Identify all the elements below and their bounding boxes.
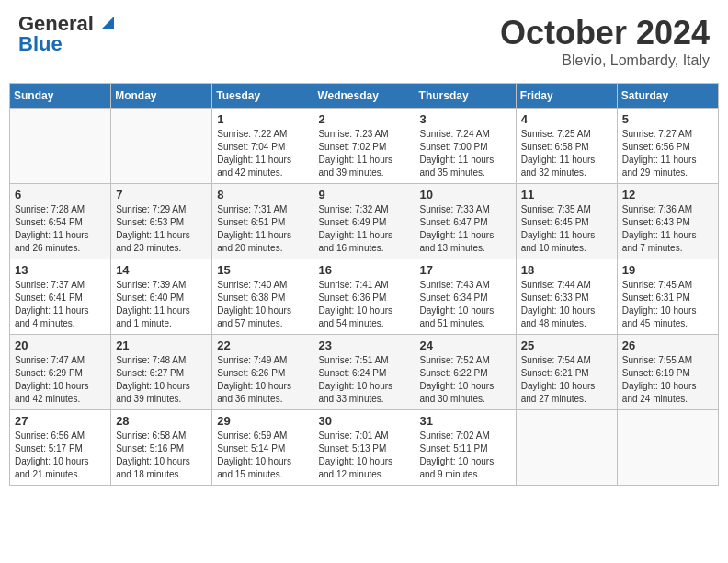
logo: General Blue (18, 14, 114, 54)
day-number: 14 (116, 263, 207, 277)
cell-content: Sunrise: 7:51 AMSunset: 6:24 PMDaylight:… (318, 354, 409, 406)
calendar-cell: 12Sunrise: 7:36 AMSunset: 6:43 PMDayligh… (617, 184, 718, 259)
cell-content: Sunrise: 7:40 AMSunset: 6:38 PMDaylight:… (217, 279, 308, 330)
calendar-cell: 23Sunrise: 7:51 AMSunset: 6:24 PMDayligh… (313, 335, 415, 410)
calendar-cell: 21Sunrise: 7:48 AMSunset: 6:27 PMDayligh… (111, 335, 212, 410)
day-header-wednesday: Wednesday (313, 84, 415, 109)
cell-content: Sunrise: 7:01 AMSunset: 5:13 PMDaylight:… (318, 430, 409, 481)
day-number: 9 (318, 188, 409, 201)
day-number: 6 (15, 188, 106, 201)
day-header-thursday: Thursday (415, 84, 516, 109)
cell-content: Sunrise: 7:02 AMSunset: 5:11 PMDaylight:… (420, 430, 511, 481)
calendar-cell (516, 410, 617, 486)
cell-content: Sunrise: 7:54 AMSunset: 6:21 PMDaylight:… (521, 354, 612, 406)
calendar-cell: 28Sunrise: 6:58 AMSunset: 5:16 PMDayligh… (111, 410, 212, 486)
cell-content: Sunrise: 7:45 AMSunset: 6:31 PMDaylight:… (622, 279, 713, 330)
day-number: 31 (420, 414, 511, 428)
calendar-cell: 26Sunrise: 7:55 AMSunset: 6:19 PMDayligh… (617, 335, 718, 410)
calendar-cell (617, 410, 718, 486)
calendar-cell: 9Sunrise: 7:32 AMSunset: 6:49 PMDaylight… (313, 184, 415, 259)
day-number: 17 (420, 263, 511, 277)
calendar-cell: 13Sunrise: 7:37 AMSunset: 6:41 PMDayligh… (10, 259, 111, 335)
cell-content: Sunrise: 7:32 AMSunset: 6:49 PMDaylight:… (318, 203, 409, 255)
cell-content: Sunrise: 7:49 AMSunset: 6:26 PMDaylight:… (217, 354, 308, 406)
day-number: 2 (318, 112, 409, 126)
day-number: 24 (420, 339, 511, 352)
day-header-tuesday: Tuesday (212, 84, 313, 109)
cell-content: Sunrise: 7:28 AMSunset: 6:54 PMDaylight:… (15, 203, 106, 255)
day-number: 22 (217, 339, 308, 352)
day-number: 15 (217, 263, 308, 277)
calendar-cell: 10Sunrise: 7:33 AMSunset: 6:47 PMDayligh… (415, 184, 516, 259)
cell-content: Sunrise: 7:55 AMSunset: 6:19 PMDaylight:… (622, 354, 713, 406)
calendar-cell: 1Sunrise: 7:22 AMSunset: 7:04 PMDaylight… (212, 109, 313, 184)
day-number: 29 (217, 414, 308, 428)
calendar-cell (10, 109, 111, 184)
calendar-week-row: 1Sunrise: 7:22 AMSunset: 7:04 PMDaylight… (10, 109, 719, 184)
calendar-cell: 24Sunrise: 7:52 AMSunset: 6:22 PMDayligh… (415, 335, 516, 410)
calendar-cell: 19Sunrise: 7:45 AMSunset: 6:31 PMDayligh… (617, 259, 718, 335)
calendar-cell: 30Sunrise: 7:01 AMSunset: 5:13 PMDayligh… (313, 410, 415, 486)
day-header-monday: Monday (111, 84, 212, 109)
cell-content: Sunrise: 7:41 AMSunset: 6:36 PMDaylight:… (318, 279, 409, 330)
cell-content: Sunrise: 7:33 AMSunset: 6:47 PMDaylight:… (420, 203, 511, 255)
day-number: 27 (15, 414, 106, 428)
cell-content: Sunrise: 7:36 AMSunset: 6:43 PMDaylight:… (622, 203, 713, 255)
calendar-week-row: 6Sunrise: 7:28 AMSunset: 6:54 PMDaylight… (10, 184, 719, 259)
calendar-cell: 5Sunrise: 7:27 AMSunset: 6:56 PMDaylight… (617, 109, 718, 184)
day-number: 11 (521, 188, 612, 201)
day-number: 25 (521, 339, 612, 352)
day-number: 30 (318, 414, 409, 428)
svg-marker-0 (101, 17, 114, 29)
calendar-cell: 16Sunrise: 7:41 AMSunset: 6:36 PMDayligh… (313, 259, 415, 335)
cell-content: Sunrise: 6:59 AMSunset: 5:14 PMDaylight:… (217, 430, 308, 481)
cell-content: Sunrise: 7:37 AMSunset: 6:41 PMDaylight:… (15, 279, 106, 330)
logo-triangle-icon (96, 13, 114, 31)
day-number: 28 (116, 414, 207, 428)
calendar-cell: 15Sunrise: 7:40 AMSunset: 6:38 PMDayligh… (212, 259, 313, 335)
calendar-cell: 25Sunrise: 7:54 AMSunset: 6:21 PMDayligh… (516, 335, 617, 410)
calendar-cell: 2Sunrise: 7:23 AMSunset: 7:02 PMDaylight… (313, 109, 415, 184)
cell-content: Sunrise: 7:31 AMSunset: 6:51 PMDaylight:… (217, 203, 308, 255)
day-number: 5 (622, 112, 713, 126)
day-number: 13 (15, 263, 106, 277)
day-number: 1 (217, 112, 308, 126)
cell-content: Sunrise: 7:22 AMSunset: 7:04 PMDaylight:… (217, 128, 308, 179)
cell-content: Sunrise: 7:52 AMSunset: 6:22 PMDaylight:… (420, 354, 511, 406)
cell-content: Sunrise: 7:25 AMSunset: 6:58 PMDaylight:… (521, 128, 612, 179)
month-title: October 2024 (500, 14, 710, 52)
day-number: 19 (622, 263, 713, 277)
day-number: 8 (217, 188, 308, 201)
calendar-week-row: 27Sunrise: 6:56 AMSunset: 5:17 PMDayligh… (10, 410, 719, 486)
day-number: 16 (318, 263, 409, 277)
calendar-cell: 27Sunrise: 6:56 AMSunset: 5:17 PMDayligh… (10, 410, 111, 486)
calendar-week-row: 20Sunrise: 7:47 AMSunset: 6:29 PMDayligh… (10, 335, 719, 410)
cell-content: Sunrise: 6:56 AMSunset: 5:17 PMDaylight:… (15, 430, 106, 481)
calendar-table: SundayMondayTuesdayWednesdayThursdayFrid… (9, 83, 719, 486)
calendar-cell: 29Sunrise: 6:59 AMSunset: 5:14 PMDayligh… (212, 410, 313, 486)
cell-content: Sunrise: 7:39 AMSunset: 6:40 PMDaylight:… (116, 279, 207, 330)
day-header-saturday: Saturday (617, 84, 718, 109)
cell-content: Sunrise: 7:27 AMSunset: 6:56 PMDaylight:… (622, 128, 713, 179)
calendar-week-row: 13Sunrise: 7:37 AMSunset: 6:41 PMDayligh… (10, 259, 719, 335)
cell-content: Sunrise: 7:44 AMSunset: 6:33 PMDaylight:… (521, 279, 612, 330)
logo-blue: Blue (18, 34, 63, 54)
page-header: General Blue October 2024 Blevio, Lombar… (9, 9, 719, 74)
calendar-cell: 17Sunrise: 7:43 AMSunset: 6:34 PMDayligh… (415, 259, 516, 335)
cell-content: Sunrise: 7:43 AMSunset: 6:34 PMDaylight:… (420, 279, 511, 330)
calendar-cell: 14Sunrise: 7:39 AMSunset: 6:40 PMDayligh… (111, 259, 212, 335)
calendar-cell: 7Sunrise: 7:29 AMSunset: 6:53 PMDaylight… (111, 184, 212, 259)
day-number: 10 (420, 188, 511, 201)
calendar-cell: 22Sunrise: 7:49 AMSunset: 6:26 PMDayligh… (212, 335, 313, 410)
calendar-cell (111, 109, 212, 184)
calendar-cell: 3Sunrise: 7:24 AMSunset: 7:00 PMDaylight… (415, 109, 516, 184)
day-header-friday: Friday (516, 84, 617, 109)
cell-content: Sunrise: 6:58 AMSunset: 5:16 PMDaylight:… (116, 430, 207, 481)
calendar-cell: 20Sunrise: 7:47 AMSunset: 6:29 PMDayligh… (10, 335, 111, 410)
day-number: 20 (15, 339, 106, 352)
day-number: 7 (116, 188, 207, 201)
calendar-cell: 8Sunrise: 7:31 AMSunset: 6:51 PMDaylight… (212, 184, 313, 259)
logo-general: General (18, 14, 94, 34)
day-header-sunday: Sunday (10, 84, 111, 109)
cell-content: Sunrise: 7:24 AMSunset: 7:00 PMDaylight:… (420, 128, 511, 179)
